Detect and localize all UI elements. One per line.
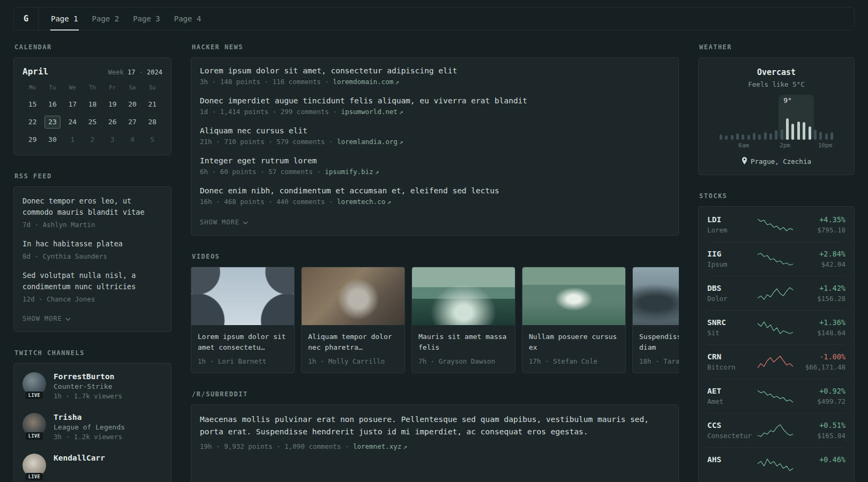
video-thumbnail[interactable]	[191, 267, 294, 325]
tab-page-2[interactable]: Page 2	[85, 7, 126, 30]
tab-page-3[interactable]: Page 3	[126, 7, 167, 30]
calendar-day: 19	[104, 98, 121, 111]
stock-row[interactable]: DBS Dolor +1.42% $156.28	[707, 276, 845, 310]
hn-item-title[interactable]: Aliquam nec cursus elit	[200, 126, 670, 135]
weather-bar	[725, 135, 728, 140]
stock-ticker[interactable]: LDI	[707, 215, 754, 224]
videos-row: Lorem ipsum dolor sit amet consectetu… 1…	[191, 267, 679, 373]
chevron-down-icon	[65, 315, 71, 322]
video-title[interactable]: Lorem ipsum dolor sit amet consectetu…	[198, 332, 288, 353]
twitch-channel-row[interactable]: LIVE ForrestBurton Counter-Strike 1h · 1…	[23, 372, 162, 400]
video-thumbnail[interactable]	[522, 267, 625, 325]
calendar-day: 25	[84, 116, 100, 129]
video-card-3[interactable]: Mauris sit amet massa felis 7h · Grayson…	[411, 267, 515, 373]
video-meta: 1h · Molly Carrillo	[308, 357, 398, 365]
twitch-game-name[interactable]: Counter-Strike	[54, 382, 122, 390]
twitch-channel-row[interactable]: LIVE Trisha League of Legends 3h · 1.2k …	[23, 413, 162, 441]
stock-ticker[interactable]: AET	[707, 387, 754, 395]
stock-row[interactable]: AHS +0.46%	[707, 447, 845, 481]
twitch-channel-name[interactable]: KendallCarr	[54, 454, 105, 462]
hn-item-domain-link[interactable]: loremdomain.com↗	[333, 78, 399, 86]
rss-item-title[interactable]: Sed volutpat nulla nisl, a condimentum n…	[23, 270, 162, 292]
twitch-channel-row[interactable]: LIVE KendallCarr	[23, 454, 162, 477]
stock-values: +0.51% $165.84	[796, 421, 845, 440]
rss-item-title[interactable]: Donec tempor eros leo, ut commodo mauris…	[23, 195, 162, 218]
hn-item-domain-link[interactable]: loremlandia.org↗	[337, 138, 403, 146]
twitch-avatar[interactable]: LIVE	[23, 454, 46, 477]
weather-bar	[753, 133, 755, 140]
weather-bar	[830, 132, 833, 140]
twitch-avatar[interactable]: LIVE	[23, 372, 46, 396]
stock-row[interactable]: LDI Lorem +4.35% $795.18	[707, 208, 845, 242]
video-card-2[interactable]: Aliquam tempor dolor nec pharetra… 1h · …	[301, 267, 405, 373]
video-card-4[interactable]: Nullam posuere cursus ex 17h · Stefan Co…	[522, 267, 626, 373]
weather-bar	[758, 134, 761, 140]
rss-show-more-button[interactable]: SHOW MORE	[23, 315, 71, 322]
content-grid: Calendar April Week 17 · 2024 Mo Tu	[0, 31, 868, 482]
dow-label: We	[69, 84, 76, 91]
tab-page-1[interactable]: Page 1	[44, 7, 85, 30]
hn-item-title[interactable]: Donec enim nibh, condimentum et accumsan…	[200, 186, 670, 195]
stock-ticker[interactable]: CCS	[707, 421, 754, 430]
hn-show-more-label: SHOW MORE	[200, 219, 240, 226]
twitch-channel-name[interactable]: Trisha	[54, 413, 125, 421]
hn-item-domain-link[interactable]: ipsumify.biz↗	[325, 168, 379, 176]
stock-row[interactable]: CRN Bitcorn -1.00% $66,171.48	[707, 344, 845, 379]
external-link-icon: ↗	[395, 78, 399, 86]
hn-item-meta-text: 6h · 60 points · 57 comments ·	[200, 168, 321, 176]
rss-item: Sed volutpat nulla nisl, a condimentum n…	[23, 270, 162, 303]
rss-item: In hac habitasse platea 8d · Cynthia Sau…	[23, 238, 162, 260]
video-title[interactable]: Suspendisse diam	[639, 332, 679, 353]
app-logo[interactable]: G	[14, 7, 39, 30]
twitch-channel-meta: 3h · 1.2k viewers	[54, 433, 125, 441]
weather-bar	[781, 129, 783, 140]
twitch-channel-name[interactable]: ForrestBurton	[54, 372, 122, 381]
external-link-icon: ↗	[399, 108, 403, 116]
hn-show-more-button[interactable]: SHOW MORE	[200, 219, 248, 226]
video-title[interactable]: Nullam posuere cursus ex	[529, 332, 619, 353]
calendar-day: 29	[25, 133, 41, 146]
video-card-body: Nullam posuere cursus ex 17h · Stefan Co…	[522, 325, 625, 373]
tab-page-4[interactable]: Page 4	[167, 7, 208, 30]
video-title[interactable]: Aliquam tempor dolor nec pharetra…	[308, 332, 398, 353]
hn-item-title[interactable]: Lorem ipsum dolor sit amet, consectetur …	[200, 66, 670, 75]
hn-item-domain: loremlandia.org	[337, 138, 398, 146]
weather-section-title: Weather	[699, 43, 855, 51]
video-card-5[interactable]: Suspendisse diam 18h · Tara	[632, 267, 679, 373]
video-card-1[interactable]: Lorem ipsum dolor sit amet consectetu… 1…	[191, 267, 295, 373]
hn-item: Donec imperdiet augue tincidunt felis al…	[200, 96, 670, 116]
right-column: Weather Overcast Feels like 5°C 9° 6am 2…	[698, 43, 855, 482]
videos-widget: Videos Lorem ipsum dolor sit amet consec…	[191, 253, 679, 373]
stock-ticker[interactable]: CRN	[707, 352, 754, 361]
hn-item-title[interactable]: Donec imperdiet augue tincidunt felis al…	[200, 96, 670, 105]
video-card-body: Suspendisse diam 18h · Tara	[633, 325, 679, 373]
twitch-avatar[interactable]: LIVE	[23, 413, 46, 436]
hn-item-domain-link[interactable]: loremtech.co↗	[337, 198, 391, 206]
twitch-game-name[interactable]: League of Legends	[54, 423, 125, 431]
video-title[interactable]: Mauris sit amet massa felis	[418, 332, 508, 353]
hn-item-domain: ipsumify.biz	[325, 168, 373, 176]
subreddit-post-meta: 19h · 9,932 points · 1,090 comments · lo…	[200, 442, 670, 450]
stock-sparkline	[754, 458, 796, 472]
video-thumbnail[interactable]	[633, 267, 679, 325]
stock-ticker[interactable]: DBS	[707, 284, 754, 292]
stock-ticker[interactable]: SNRC	[707, 318, 754, 327]
stock-row[interactable]: SNRC Sit +1.36% $148.64	[707, 310, 845, 344]
stock-row[interactable]: AET Amet +0.92% $499.72	[707, 379, 845, 413]
stock-ticker[interactable]: IIG	[707, 250, 754, 258]
video-thumbnail[interactable]	[412, 267, 515, 325]
hn-item-domain-link[interactable]: ipsumworld.net↗	[341, 108, 403, 116]
stock-price: $165.84	[796, 432, 845, 440]
hn-item-title[interactable]: Integer eget rutrum lorem	[200, 156, 670, 165]
rss-item-meta: 12d · Chance Jones	[23, 295, 162, 303]
stock-row[interactable]: IIG Ipsum +2.84% $42.04	[707, 242, 845, 276]
stock-row[interactable]: CCS Consectetur +0.51% $165.84	[707, 413, 845, 447]
stock-id: CRN Bitcorn	[707, 352, 754, 371]
stock-sparkline	[754, 389, 796, 403]
rss-item-title[interactable]: In hac habitasse platea	[23, 238, 162, 250]
video-thumbnail[interactable]	[302, 267, 405, 325]
stock-ticker[interactable]: AHS	[707, 455, 754, 464]
subreddit-domain-link[interactable]: loremnet.xyz↗	[353, 442, 407, 450]
weather-bar	[736, 133, 739, 140]
subreddit-post-title[interactable]: Maecenas mollis pulvinar erat non posuer…	[200, 413, 661, 438]
